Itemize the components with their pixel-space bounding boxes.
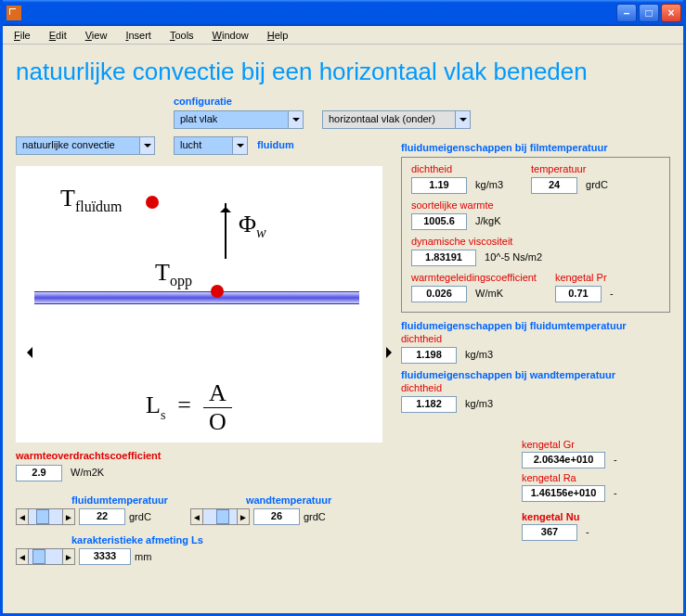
chevron-down-icon [139, 137, 154, 154]
orientation-dropdown[interactable]: horizontaal vlak (onder) [322, 110, 471, 129]
diagram-left-marker-icon [21, 347, 32, 358]
density-film-unit: kg/m3 [475, 179, 503, 190]
diagram-phi: Φw [239, 211, 266, 237]
menu-insert[interactable]: Insert [118, 28, 159, 43]
menu-window[interactable]: Window [205, 28, 256, 43]
twall-unit: grdC [304, 511, 326, 522]
shape-value: plat vlak [175, 111, 288, 128]
orientation-value: horizontaal vlak (onder) [323, 111, 455, 128]
menubar: FFileile Edit View Insert Tools Window H… [3, 26, 683, 45]
density-fluidtemp-label: dichtheid [401, 333, 670, 344]
k-film-unit: W/mK [475, 288, 503, 299]
temp-film-label: temperatuur [531, 163, 608, 174]
mu-film-unit: 10^-5 Ns/m2 [485, 251, 542, 263]
temp-film-value: 24 [531, 177, 577, 194]
flow-mode-value: natuurlijke convectie [17, 137, 139, 154]
fluid-dropdown[interactable]: lucht [174, 136, 248, 155]
diagram-phi-arrow-icon [225, 203, 227, 259]
diagram-tfluid: Tfluïdum [60, 185, 123, 212]
chevron-down-icon [455, 111, 470, 128]
fluid-value: lucht [175, 137, 232, 154]
menu-view[interactable]: View [78, 28, 115, 43]
shape-dropdown[interactable]: plat vlak [174, 110, 304, 129]
pr-label: kengetal Pr [555, 272, 614, 283]
density-film-value: 1.19 [411, 177, 467, 194]
diagram: Tfluïdum Φw Topp Ls [16, 166, 382, 443]
tfluid-slider[interactable]: ◄ ► [16, 508, 75, 525]
tfluid-input[interactable]: 22 [79, 508, 125, 525]
temp-film-unit: grdC [586, 179, 608, 190]
diagram-plate [34, 291, 359, 304]
ls-input[interactable]: 3333 [79, 548, 131, 565]
titlebar: – □ × [3, 0, 683, 26]
diagram-right-marker-icon [386, 347, 397, 358]
h-unit: W/m2K [71, 467, 104, 478]
arrow-left-icon[interactable]: ◄ [16, 508, 29, 525]
fluid-label: fluidum [257, 139, 294, 150]
density-fluidtemp-value: 1.198 [401, 347, 457, 364]
tfluid-unit: grdC [129, 511, 151, 522]
twall-slider[interactable]: ◄ ► [190, 508, 250, 525]
ls-unit: mm [135, 551, 151, 562]
app-icon [6, 6, 21, 20]
k-film-value: 0.026 [411, 286, 467, 302]
nu-label: kengetal Nu [522, 511, 670, 522]
pr-value: 0.71 [555, 286, 602, 302]
diagram-ls-equation: Ls = AO [146, 379, 232, 436]
twall-label: wandtemperatuur [246, 494, 331, 506]
density-film-label: dichtheid [411, 163, 503, 174]
ra-unit: - [614, 487, 617, 498]
cp-film-value: 1005.6 [411, 213, 467, 230]
config-label: configuratie [174, 96, 232, 107]
k-film-label: warmtegeleidingscoefficient [411, 272, 537, 283]
menu-tools[interactable]: Tools [162, 28, 201, 43]
ra-label: kengetal Ra [522, 472, 670, 483]
nu-value: 367 [522, 524, 577, 541]
arrow-right-icon[interactable]: ► [237, 508, 250, 525]
gr-label: kengetal Gr [522, 439, 670, 450]
pr-unit: - [610, 288, 614, 299]
density-walltemp-value: 1.182 [401, 396, 457, 413]
menu-help[interactable]: Help [260, 28, 296, 43]
film-props-panel: dichtheid 1.19 kg/m3 temperatuur 24 grdC [401, 157, 670, 313]
diagram-surface-dot-icon [211, 285, 224, 298]
page-title: natuurlijke convectie bij een horizontaa… [16, 58, 670, 86]
nu-unit: - [586, 526, 589, 537]
menu-edit[interactable]: Edit [42, 28, 74, 43]
cp-film-label: soortelijke warmte [411, 199, 660, 211]
h-label: warmteoverdrachtscoefficient [16, 450, 382, 461]
ls-label: karakteristieke afmeting Ls [71, 534, 382, 545]
chevron-down-icon [232, 137, 247, 154]
mu-film-label: dynamische viscositeit [411, 236, 660, 247]
flow-mode-dropdown[interactable]: natuurlijke convectie [16, 136, 155, 155]
twall-input[interactable]: 26 [253, 508, 300, 525]
menu-file[interactable]: FFileile [6, 28, 38, 43]
ra-value: 1.46156e+010 [522, 485, 605, 502]
cp-film-unit: J/kgK [475, 215, 501, 226]
ls-slider[interactable]: ◄ ► [16, 548, 75, 565]
chevron-down-icon [288, 111, 303, 128]
minimize-button[interactable]: – [616, 4, 637, 22]
arrow-right-icon[interactable]: ► [62, 508, 75, 525]
arrow-left-icon[interactable]: ◄ [190, 508, 203, 525]
gr-unit: - [614, 454, 617, 465]
density-walltemp-label: dichtheid [401, 382, 670, 393]
gr-value: 2.0634e+010 [522, 452, 605, 468]
arrow-left-icon[interactable]: ◄ [16, 548, 29, 565]
maximize-button[interactable]: □ [639, 4, 659, 22]
density-walltemp-unit: kg/m3 [465, 398, 493, 409]
close-button[interactable]: × [661, 4, 681, 22]
density-fluidtemp-unit: kg/m3 [465, 349, 493, 360]
mu-film-value: 1.83191 [411, 250, 476, 266]
h-value: 2.9 [16, 465, 62, 481]
fluidtemp-props-heading: fluidumeigenschappen bij fluidumtemperat… [401, 320, 670, 331]
walltemp-props-heading: fluidumeigenschappen bij wandtemperatuur [401, 369, 670, 380]
diagram-topp: Topp [155, 259, 192, 286]
arrow-right-icon[interactable]: ► [62, 548, 75, 565]
diagram-fluid-dot-icon [146, 196, 159, 209]
tfluid-label: fluidumtemperatuur [71, 494, 168, 506]
